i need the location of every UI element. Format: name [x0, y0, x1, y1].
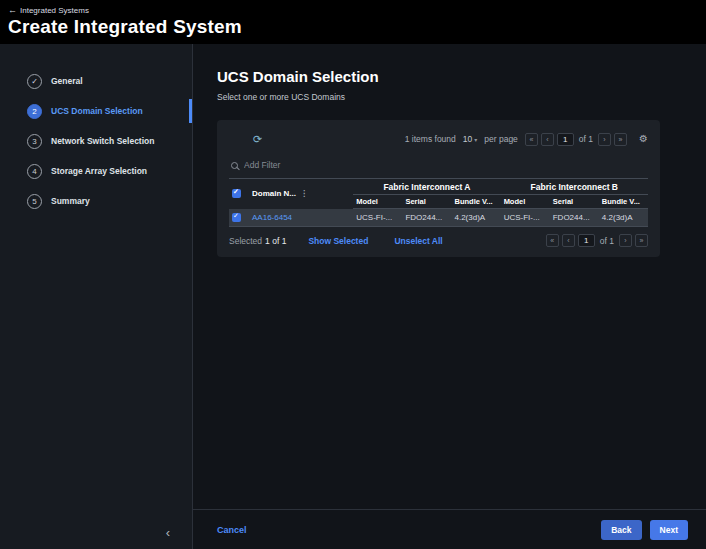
back-button[interactable]: Back [601, 520, 641, 540]
gear-icon[interactable]: ⚙ [639, 134, 648, 144]
sort-icon[interactable]: ⋮ [300, 189, 308, 198]
unselect-all-link[interactable]: Unselect All [394, 236, 442, 246]
next-page-button[interactable]: › [619, 234, 632, 247]
top-pagination: « ‹ of 1 › » [525, 133, 627, 146]
column-header-domain-name[interactable]: Domain N...⋮ [249, 179, 353, 209]
selected-count: 1 of 1 [265, 236, 286, 246]
show-selected-link[interactable]: Show Selected [308, 236, 368, 246]
bottom-pagination: « ‹ of 1 › » [546, 234, 648, 247]
column-header-serial-a: Serial [402, 195, 451, 209]
prev-page-button[interactable]: ‹ [541, 133, 554, 146]
sidebar-step-ucs-domain-selection[interactable]: 2 UCS Domain Selection [0, 96, 192, 126]
wizard-steps-sidebar: 1 General 2 UCS Domain Selection 3 Netwo… [0, 44, 193, 549]
main-content: UCS Domain Selection Select one or more … [193, 44, 706, 549]
column-header-bundle-b: Bundle V... [599, 195, 648, 209]
column-header-model-a: Model [353, 195, 402, 209]
cancel-link[interactable]: Cancel [217, 525, 247, 535]
section-subtitle: Select one or more UCS Domains [217, 92, 706, 102]
column-header-serial-b: Serial [550, 195, 599, 209]
next-page-button[interactable]: › [598, 133, 611, 146]
cell-model-b: UCS-FI-... [501, 209, 550, 227]
step-number-icon: 2 [27, 104, 42, 119]
step-label: Network Switch Selection [51, 136, 154, 146]
per-page-label: per page [484, 134, 518, 144]
wizard-footer: Cancel Back Next [193, 509, 706, 549]
page-title: Create Integrated System [8, 16, 706, 38]
section-title: UCS Domain Selection [217, 68, 706, 85]
search-icon [231, 162, 238, 169]
cell-serial-a: FDO244... [402, 209, 451, 227]
app-window: ← Integrated Systems Create Integrated S… [0, 0, 706, 549]
step-number-icon: 3 [27, 134, 42, 149]
page-number-input[interactable] [557, 133, 574, 146]
table-footer: Selected 1 of 1 Show Selected Unselect A… [229, 234, 648, 247]
group-header-fabric-interconnect-b: Fabric Interconnect B [501, 179, 648, 195]
chevron-down-icon: ▾ [474, 136, 477, 143]
table-toolbar: ⟳ 1 items found 10 ▾ per page « ‹ of 1 [229, 126, 648, 152]
prev-page-button[interactable]: ‹ [562, 234, 575, 247]
step-label: Summary [51, 196, 90, 206]
table-row[interactable]: AA16-6454 UCS-FI-... FDO244... 4.2(3d)A … [229, 209, 648, 227]
last-page-button[interactable]: » [614, 133, 627, 146]
cell-bundle-a: 4.2(3d)A [451, 209, 500, 227]
ucs-domain-table: Domain N...⋮ Fabric Interconnect A Fabri… [229, 178, 648, 227]
items-found-label: 1 items found [405, 134, 456, 144]
refresh-icon[interactable]: ⟳ [253, 134, 262, 145]
sidebar-step-summary[interactable]: 5 Summary [0, 186, 192, 216]
back-arrow-icon: ← [8, 5, 17, 15]
first-page-button[interactable]: « [546, 234, 559, 247]
step-label: Storage Array Selection [51, 166, 147, 176]
add-filter-input[interactable] [244, 160, 444, 170]
cell-serial-b: FDO244... [550, 209, 599, 227]
page-total-label: of 1 [600, 236, 614, 246]
header-checkbox[interactable] [232, 189, 241, 198]
group-header-fabric-interconnect-a: Fabric Interconnect A [353, 179, 500, 195]
filter-bar [231, 154, 648, 176]
cell-model-a: UCS-FI-... [353, 209, 402, 227]
breadcrumb-label: Integrated Systems [20, 6, 89, 15]
per-page-value: 10 [463, 134, 472, 144]
step-label: UCS Domain Selection [51, 106, 143, 116]
selected-label: Selected [229, 236, 262, 246]
breadcrumb-back[interactable]: ← Integrated Systems [8, 5, 706, 15]
column-header-model-b: Model [501, 195, 550, 209]
page-number-input[interactable] [578, 234, 595, 247]
sidebar-step-network-switch-selection[interactable]: 3 Network Switch Selection [0, 126, 192, 156]
step-label: General [51, 76, 83, 86]
step-number-icon: 4 [27, 164, 42, 179]
cell-bundle-b: 4.2(3d)A [599, 209, 648, 227]
sidebar-collapse-button[interactable]: ‹ [166, 526, 170, 539]
next-button[interactable]: Next [650, 520, 688, 540]
page-total-label: of 1 [579, 134, 593, 144]
step-number-icon: 5 [27, 194, 42, 209]
last-page-button[interactable]: » [635, 234, 648, 247]
ucs-domain-table-panel: ⟳ 1 items found 10 ▾ per page « ‹ of 1 [217, 120, 660, 257]
row-checkbox[interactable] [232, 213, 241, 222]
domain-name-link[interactable]: AA16-6454 [252, 213, 292, 222]
first-page-button[interactable]: « [525, 133, 538, 146]
step-completed-check-icon: 1 [27, 74, 42, 89]
column-header-bundle-a: Bundle V... [451, 195, 500, 209]
per-page-select[interactable]: 10 ▾ [463, 134, 477, 144]
top-header: ← Integrated Systems Create Integrated S… [0, 0, 706, 44]
sidebar-step-storage-array-selection[interactable]: 4 Storage Array Selection [0, 156, 192, 186]
sidebar-step-general[interactable]: 1 General [0, 66, 192, 96]
